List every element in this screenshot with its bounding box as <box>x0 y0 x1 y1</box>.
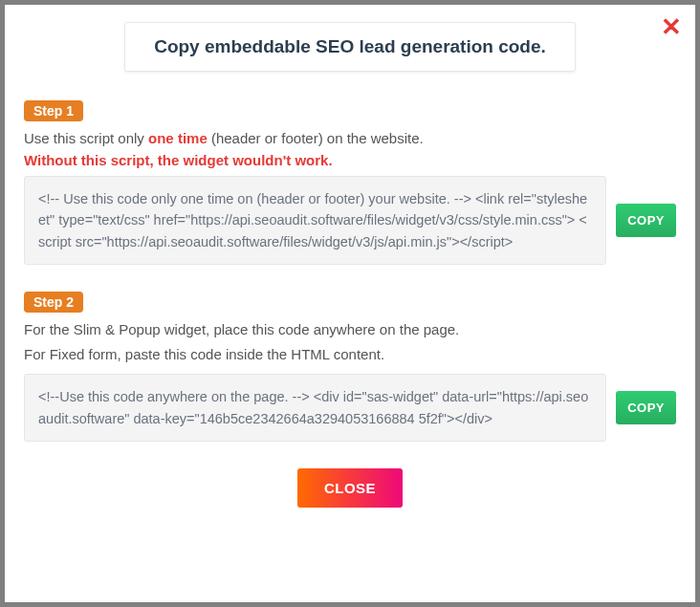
modal-title-box: Copy embeddable SEO lead generation code… <box>124 22 576 72</box>
step-2-instruction-1: For the Slim & Popup widget, place this … <box>24 318 676 341</box>
step-1-instruction-pre: Use this script only <box>24 130 148 146</box>
step-2-section: Step 2 For the Slim & Popup widget, plac… <box>24 292 676 442</box>
close-icon[interactable]: ✕ <box>661 14 682 39</box>
step-1-badge: Step 1 <box>24 100 83 121</box>
step-1-section: Step 1 Use this script only one time (he… <box>24 100 676 265</box>
close-button[interactable]: CLOSE <box>297 468 403 508</box>
step-1-code[interactable]: <!-- Use this code only one time on (hea… <box>24 176 606 265</box>
copy-button-step-2[interactable]: COPY <box>616 391 676 424</box>
step-1-warning: Without this script, the widget wouldn't… <box>24 152 676 168</box>
embed-code-modal: ✕ Copy embeddable SEO lead generation co… <box>5 5 695 602</box>
step-2-badge: Step 2 <box>24 292 83 313</box>
step-1-instruction-post: (header or footer) on the website. <box>208 130 424 146</box>
modal-footer: CLOSE <box>24 468 676 508</box>
step-1-instruction: Use this script only one time (header or… <box>24 127 676 150</box>
step-1-code-row: <!-- Use this code only one time on (hea… <box>24 176 676 265</box>
step-2-instruction-2: For Fixed form, paste this code inside t… <box>24 343 676 366</box>
modal-title: Copy embeddable SEO lead generation code… <box>154 36 546 57</box>
step-2-code[interactable]: <!--Use this code anywhere on the page. … <box>24 374 606 442</box>
step-2-code-row: <!--Use this code anywhere on the page. … <box>24 374 676 442</box>
copy-button-step-1[interactable]: COPY <box>616 204 676 237</box>
step-1-instruction-emphasis: one time <box>148 130 208 146</box>
